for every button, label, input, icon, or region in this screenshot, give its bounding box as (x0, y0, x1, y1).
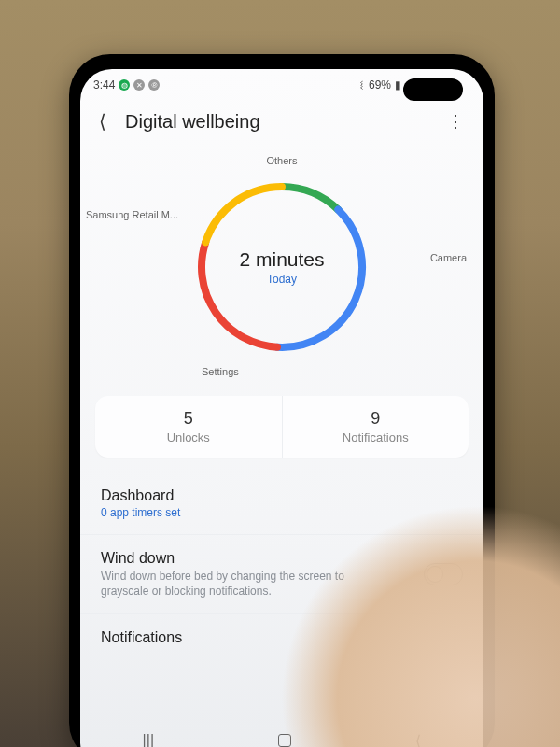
ring-center: 2 minutes Today (239, 248, 324, 286)
battery-percentage: 69% (369, 78, 391, 92)
dashboard-title: Dashboard (101, 487, 463, 504)
toggle-knob (427, 566, 443, 583)
page-title: Digital wellbeing (125, 111, 427, 133)
navigation-bar: ||| ⟨ (80, 725, 483, 747)
total-usage-value: 2 minutes (239, 248, 324, 271)
status-indicator-icon: ® (148, 79, 160, 91)
total-usage-period: Today (239, 273, 324, 286)
wind-down-item[interactable]: Wind down Wind down before bed by changi… (80, 534, 483, 613)
screen: 3:44 ◍ ✕ ® ⧙ 69% ▮ ⟨ Digital wellbeing ⋮ (80, 69, 483, 747)
unlocks-value: 5 (95, 409, 282, 429)
wind-down-title: Wind down (101, 550, 362, 567)
wifi-icon: ⧙ (359, 79, 365, 91)
notifications-stat[interactable]: 9 Notifications (282, 396, 469, 458)
ring-label-settings: Settings (202, 366, 239, 377)
status-indicator-icon: ◍ (119, 79, 130, 91)
notifications-title: Notifications (101, 629, 463, 646)
nav-recents-button[interactable]: ||| (143, 732, 154, 747)
back-button[interactable]: ⟨ (93, 106, 112, 136)
notifications-label: Notifications (283, 430, 469, 444)
nav-back-button[interactable]: ⟨ (415, 732, 421, 748)
dashboard-item[interactable]: Dashboard 0 app timers set (80, 472, 483, 534)
dashboard-subtitle: 0 app timers set (101, 506, 463, 519)
notifications-value: 9 (283, 409, 469, 429)
camera-cutout (403, 78, 463, 101)
notifications-item[interactable]: Notifications (80, 613, 483, 661)
app-header: ⟨ Digital wellbeing ⋮ (80, 101, 483, 146)
phone-frame: 3:44 ◍ ✕ ® ⧙ 69% ▮ ⟨ Digital wellbeing ⋮ (69, 54, 495, 747)
unlocks-stat[interactable]: 5 Unlocks (95, 396, 282, 458)
usage-ring-chart[interactable]: 2 minutes Today Others Camera Settings S… (80, 151, 483, 383)
stats-row: 5 Unlocks 9 Notifications (95, 396, 469, 458)
more-options-button[interactable]: ⋮ (440, 107, 470, 135)
status-indicator-icon: ✕ (133, 79, 145, 91)
ring-label-samsung-retail: Samsung Retail M... (86, 209, 178, 220)
ring-label-others: Others (266, 155, 297, 166)
wind-down-toggle[interactable] (424, 563, 463, 585)
unlocks-label: Unlocks (95, 430, 282, 444)
status-time: 3:44 (93, 78, 115, 92)
wind-down-description: Wind down before bed by changing the scr… (101, 569, 362, 599)
settings-list: Dashboard 0 app timers set Wind down Win… (80, 472, 483, 661)
nav-home-button[interactable] (278, 734, 291, 747)
ring-label-camera: Camera (430, 252, 467, 263)
battery-icon: ▮ (395, 78, 401, 92)
